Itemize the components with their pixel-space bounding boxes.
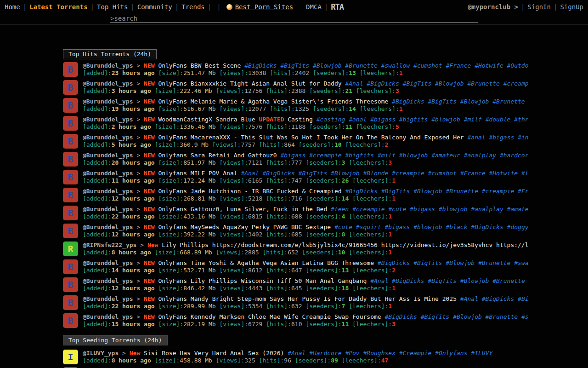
torrent-title[interactable]: OnlyFans Melanie Marie & Agatha Vega Sis… bbox=[158, 98, 388, 105]
uploader-avatar[interactable]: B bbox=[63, 152, 78, 167]
hashtags[interactable]: #BigDicks #BigTits #Blowjob #Brunette #s… bbox=[392, 98, 528, 105]
torrent-title[interactable]: OnlyFans Jade Hutchison - IR BBC Fucked … bbox=[158, 188, 341, 195]
hashtags[interactable]: #cute #squirt #bigass #blowjob #black #B… bbox=[334, 224, 528, 230]
nav-trends[interactable]: Trends bbox=[181, 3, 205, 11]
account-label[interactable]: @mypornclub bbox=[468, 3, 510, 11]
uploader-avatar[interactable]: B bbox=[63, 134, 78, 149]
uploader-name[interactable]: @Burunddel_yps bbox=[83, 170, 133, 177]
torrent-title[interactable]: OnlyFans MacarenaXXX - This Slut Was So … bbox=[158, 134, 464, 141]
stat-label-seeders: [seeders]: bbox=[299, 141, 334, 148]
torrent-title[interactable]: Casting bbox=[288, 116, 313, 123]
signup-link[interactable]: SignUp bbox=[560, 3, 583, 11]
uploader-avatar[interactable]: B bbox=[63, 62, 78, 77]
uploader-avatar[interactable]: B bbox=[63, 188, 78, 202]
hashtags[interactable]: #BigDicks #BigTits #Blowjob #Brunette #s… bbox=[244, 62, 528, 69]
torrent-title[interactable]: Lily Phillips https://doodstream.com/e/l… bbox=[162, 242, 528, 248]
torrent-row: B@Burunddel_yps > NEW OnlyFans Lily Phil… bbox=[63, 277, 528, 292]
nav-dmca[interactable]: DMCA bbox=[306, 3, 322, 11]
nav-community[interactable]: Community bbox=[137, 3, 172, 11]
uploader-name[interactable]: @Burunddel_yps bbox=[83, 259, 133, 266]
hashtags[interactable]: #Anal #Hardcore #Pov #Roughsex #Creampie… bbox=[288, 350, 492, 356]
torrent-title-line[interactable]: @Burunddel_yps > NEW OnlyFans Kennedy Ma… bbox=[83, 313, 528, 321]
torrent-title-line[interactable]: @Burunddel_yps > NEW OnlyFans Tina Yoshi… bbox=[83, 259, 528, 267]
torrent-title[interactable]: OnlyFans Gattouz0, Luna Silver, Fuck in … bbox=[158, 206, 327, 213]
uploader-avatar[interactable]: B bbox=[63, 259, 78, 274]
hashtags[interactable]: #Anal #BigDicks #BigTits #Blowjob #Brune… bbox=[345, 80, 528, 87]
hashtags[interactable]: #Anal #BigDicks #BigTits … bbox=[460, 295, 528, 302]
uploader-name[interactable]: @Burunddel_yps bbox=[83, 98, 133, 105]
uploader-avatar[interactable]: B bbox=[63, 295, 78, 310]
nav-top-hits[interactable]: Top Hits bbox=[97, 3, 128, 11]
nav-best-porn-sites[interactable]: Best Porn Sites bbox=[235, 3, 293, 11]
torrent-title-line[interactable]: @Burunddel_yps > NEW OnlyFans Gattouz0, … bbox=[83, 206, 528, 213]
torrent-title[interactable]: Sisi Rose Has Very Hard Anal Sex (2026) bbox=[144, 350, 284, 356]
stat-value-added: 12 hours ago bbox=[112, 285, 155, 292]
torrent-title[interactable]: Onlyfans MaySeeds AquaZay Perky PAWG BBC… bbox=[158, 224, 331, 230]
torrent-title-line[interactable]: @ILUVY_yps > New Sisi Rose Has Very Hard… bbox=[83, 350, 492, 357]
uploader-name[interactable]: @Burunddel_yps bbox=[83, 277, 133, 284]
uploader-name[interactable]: @RIPNsfw222_yps bbox=[83, 242, 136, 248]
stat-value-hits: 632 bbox=[291, 303, 302, 310]
uploader-name[interactable]: @Burunddel_yps bbox=[83, 116, 133, 123]
torrent-title[interactable]: Onlyfans MILF POV Anal bbox=[158, 170, 237, 177]
torrent-title-line[interactable]: @Burunddel_yps > NEW OnlyFans Lily Phill… bbox=[83, 277, 528, 285]
hashtags[interactable]: #Anal #BigDicks #BigTits #Blowjob #Blond… bbox=[241, 170, 528, 177]
uploader-name[interactable]: @Burunddel_yps bbox=[83, 134, 133, 141]
torrent-title[interactable]: OnlyFans BBW Best Scene bbox=[158, 62, 241, 69]
hashtags[interactable]: #Anal #BigDicks #BigTits #Blowjob #Brune… bbox=[370, 277, 528, 284]
hashtags[interactable]: #BigDicks #BigTits #Blowjob #Brunette #s… bbox=[378, 259, 528, 266]
uploader-avatar[interactable]: I bbox=[63, 350, 78, 364]
torrent-title-line[interactable]: @RIPNsfw222_yps > New Lily Phillips http… bbox=[83, 242, 528, 249]
torrent-title-line[interactable]: @Burunddel_yps > NEW Onlyfans MaySeeds A… bbox=[83, 224, 528, 231]
torrent-title-line[interactable]: @Burunddel_yps > NEW WoodmanCastingX San… bbox=[83, 116, 528, 123]
uploader-avatar[interactable]: B bbox=[63, 80, 78, 95]
uploader-name[interactable]: @Burunddel_yps bbox=[83, 188, 133, 195]
uploader-avatar[interactable]: B bbox=[63, 313, 78, 328]
uploader-arrow: > bbox=[133, 206, 144, 213]
torrent-title[interactable]: OnlyFans Mandy Bright Step-mom Says Her … bbox=[158, 295, 457, 302]
uploader-name[interactable]: @ILUVY_yps bbox=[83, 350, 119, 356]
stat-value-added: 8 hours ago bbox=[112, 249, 151, 256]
torrent-title-line[interactable]: @Burunddel_yps > NEW OnlyFans Melanie Ma… bbox=[83, 98, 528, 105]
signin-link[interactable]: SignIn bbox=[527, 3, 551, 11]
hashtags[interactable]: #casting #anal #bigass #bigtits #blowjob… bbox=[317, 116, 528, 123]
uploader-arrow: > bbox=[136, 242, 147, 248]
search-input[interactable] bbox=[110, 14, 478, 23]
uploader-name[interactable]: @Burunddel_yps bbox=[83, 224, 133, 230]
hashtags[interactable]: #anal #bigass #interrac… bbox=[467, 134, 528, 141]
torrent-title-line[interactable]: @Burunddel_yps > NEW OnlyFans BBW Best S… bbox=[83, 62, 528, 69]
uploader-avatar[interactable]: R bbox=[63, 242, 78, 256]
torrent-title[interactable]: OnlyFans Tina Yoshi & Agatha Vega Asian … bbox=[158, 259, 374, 266]
hashtags[interactable]: #BigDicks #BigTits #Blowjob #Brunette #s… bbox=[384, 313, 528, 320]
uploader-avatar[interactable]: B bbox=[63, 98, 78, 113]
torrent-title-line[interactable]: @Burunddel_yps > NEW OnlyFans MacarenaXX… bbox=[83, 134, 528, 141]
uploader-name[interactable]: @Burunddel_yps bbox=[83, 62, 133, 69]
torrent-title[interactable]: OnlyFans Kennedy Marksen Chloe Mae Wife … bbox=[158, 313, 381, 320]
hashtags[interactable]: #BigDicks #BigTits #Blowjob #Brunette #c… bbox=[345, 188, 528, 195]
torrent-title-line[interactable]: @Burunddel_yps > NEW OnlyFans Jade Hutch… bbox=[83, 188, 528, 195]
uploader-name[interactable]: @Burunddel_yps bbox=[83, 152, 133, 159]
nav-latest-torrents[interactable]: Latest Torrents bbox=[29, 3, 87, 11]
uploader-name[interactable]: @Burunddel_yps bbox=[83, 206, 133, 213]
stat-value-hits: 747 bbox=[291, 177, 302, 184]
uploader-avatar[interactable]: B bbox=[63, 170, 78, 184]
torrent-title-line[interactable]: @Burunddel_yps > NEW OnlyFans Mandy Brig… bbox=[83, 295, 528, 303]
uploader-avatar[interactable]: B bbox=[63, 116, 78, 131]
uploader-avatar[interactable]: B bbox=[63, 206, 78, 220]
hashtags[interactable]: #teen #creampie #cute #bigass #blowjob #… bbox=[331, 206, 528, 213]
uploader-name[interactable]: @Burunddel_yps bbox=[83, 80, 133, 87]
torrent-title[interactable]: Onlyfans Sara Retali And Gattouz0 bbox=[158, 152, 277, 159]
uploader-avatar[interactable]: B bbox=[63, 277, 78, 292]
torrent-title[interactable]: OnlyFans Lily Phillips Wisconsin Tiff 50… bbox=[158, 277, 367, 284]
nav-home[interactable]: Home bbox=[5, 3, 20, 11]
torrent-title[interactable]: WoodmanCastingX Sandra Blue bbox=[158, 116, 255, 123]
torrent-title-line[interactable]: @Burunddel_yps > NEW OnlyFans Bianxxxkie… bbox=[83, 80, 528, 87]
torrent-title-line[interactable]: @Burunddel_yps > NEW Onlyfans Sara Retal… bbox=[83, 152, 528, 159]
torrent-title-line[interactable]: @Burunddel_yps > NEW Onlyfans MILF POV A… bbox=[83, 170, 528, 177]
uploader-avatar[interactable]: B bbox=[63, 224, 78, 238]
stat-value-leechers: 1 bbox=[388, 303, 392, 310]
uploader-name[interactable]: @Burunddel_yps bbox=[83, 313, 133, 320]
uploader-name[interactable]: @Burunddel_yps bbox=[83, 295, 133, 302]
torrent-title[interactable]: OnlyFans Bianxxxkie Tight Asian Anal Slu… bbox=[158, 80, 341, 87]
hashtags[interactable]: #bigass #creampie #bigtits #milf #blowjo… bbox=[280, 152, 528, 159]
